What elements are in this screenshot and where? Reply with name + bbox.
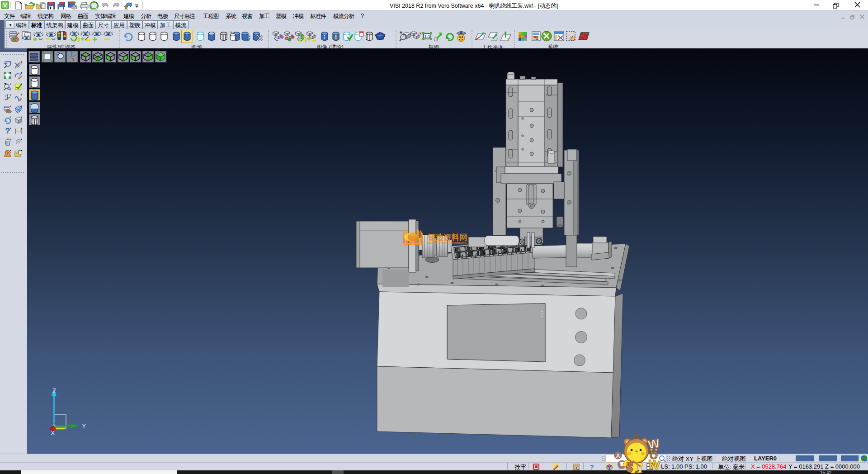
svg-text:V: V xyxy=(3,2,7,9)
svg-text:1:1: 1:1 xyxy=(424,34,430,39)
svg-text:?: ? xyxy=(5,127,10,135)
svg-text:X: X xyxy=(51,429,55,436)
svg-text:?: ? xyxy=(590,463,594,470)
svg-text:Y: Y xyxy=(82,422,86,430)
svg-text:A: A xyxy=(616,453,620,459)
svg-text:W: W xyxy=(648,458,661,473)
svg-text:INTELLIGENT MANUFACTURING DATA: INTELLIGENT MANUFACTURING DATA xyxy=(428,242,467,244)
svg-text:Z: Z xyxy=(52,387,57,394)
svg-text:智造资料网: 智造资料网 xyxy=(427,233,467,242)
